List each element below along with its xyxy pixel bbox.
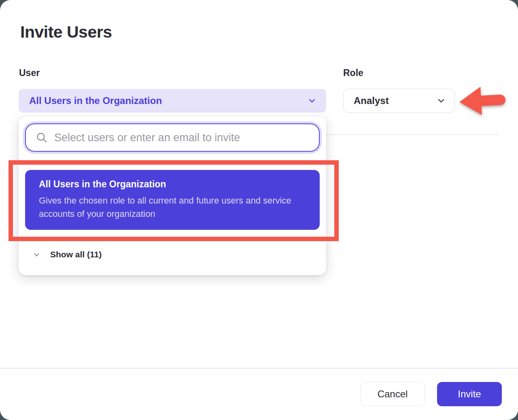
invite-users-dialog: Invite Users User Role All Users in the … bbox=[0, 0, 518, 420]
user-dropdown-panel: All Users in the Organization Gives the … bbox=[19, 117, 326, 275]
user-select-dropdown[interactable]: All Users in the Organization bbox=[19, 89, 326, 112]
show-all-label: Show all (11) bbox=[50, 250, 102, 259]
search-icon bbox=[36, 132, 48, 144]
footer-divider bbox=[0, 368, 518, 369]
user-select-value: All Users in the Organization bbox=[29, 95, 308, 106]
role-select-dropdown[interactable]: Analyst bbox=[343, 89, 455, 113]
invite-button[interactable]: Invite bbox=[437, 382, 502, 406]
chevron-down-icon bbox=[308, 96, 316, 105]
search-focus-ring bbox=[23, 121, 322, 154]
user-field-label: User bbox=[19, 68, 40, 78]
chevron-down-icon bbox=[437, 96, 446, 105]
role-field-label: Role bbox=[343, 68, 363, 78]
option-description: Gives the chosen role to all current and… bbox=[39, 194, 308, 221]
option-all-users[interactable]: All Users in the Organization Gives the … bbox=[25, 170, 320, 230]
user-search-field[interactable] bbox=[25, 123, 320, 152]
option-title: All Users in the Organization bbox=[39, 179, 308, 190]
role-select-value: Analyst bbox=[354, 95, 437, 106]
red-arrow-icon bbox=[457, 83, 509, 117]
page-title: Invite Users bbox=[20, 23, 112, 42]
search-input[interactable] bbox=[54, 132, 311, 144]
cancel-button[interactable]: Cancel bbox=[360, 382, 425, 406]
show-all-toggle[interactable]: Show all (11) bbox=[19, 244, 326, 265]
chevron-down-icon bbox=[33, 251, 40, 258]
